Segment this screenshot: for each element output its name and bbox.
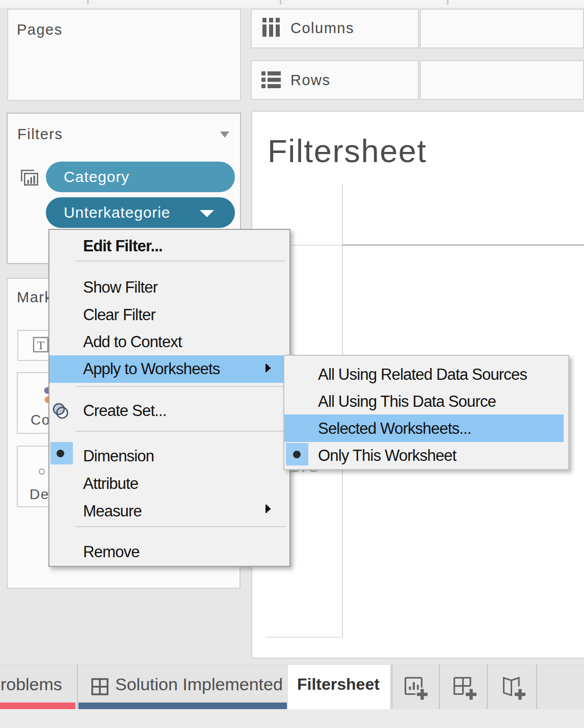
svg-text:T: T — [37, 339, 45, 352]
